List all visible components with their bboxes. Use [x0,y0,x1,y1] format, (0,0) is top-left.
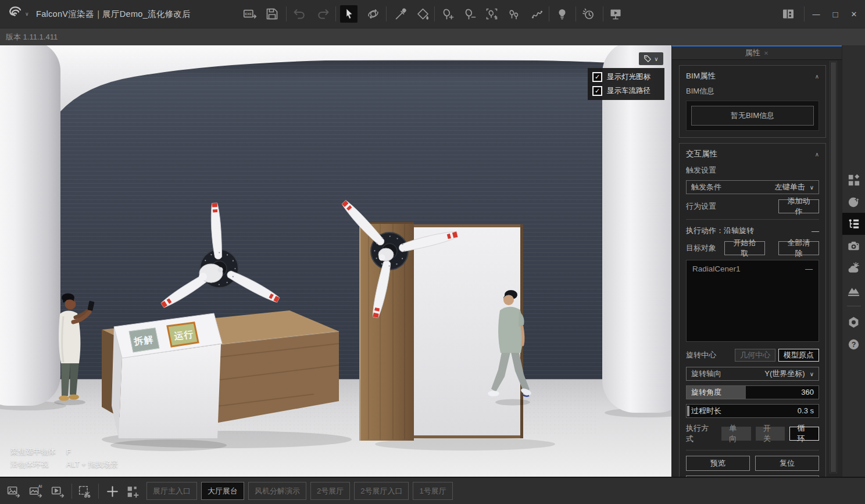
redo-button[interactable] [314,5,332,23]
toolbar-divider [603,6,603,22]
exec-mode-label: 执行方式 [686,423,714,444]
time-of-day-tool-button[interactable] [580,5,597,23]
scene-outliner-button[interactable] [842,213,865,235]
trigger-condition-label: 触发条件 [691,182,721,192]
mode-switch-toggle[interactable]: 开关 [756,427,785,441]
light-tool-button[interactable] [553,5,571,23]
tab-properties[interactable]: 属性 ✕ [672,45,842,60]
paint-fill-tool-button[interactable] [414,5,432,23]
terrain-button[interactable] [842,279,865,301]
vegetation-group-tool-button[interactable] [505,5,523,23]
text-caret [687,406,689,416]
help-button[interactable]: ? [842,333,865,355]
view-button-lobby-stand[interactable]: 大厅展台 [201,482,244,500]
right-tool-strip: ? [842,45,865,477]
view-button-turbine-demo[interactable]: 风机分解演示 [248,482,306,500]
app-logo-icon [6,4,23,24]
collapse-icon[interactable]: ∧ [815,151,819,158]
version-label: 版本 1.11.1.411 [0,28,865,45]
view-button-hall1[interactable]: 1号展厅 [413,482,452,500]
trigger-condition-value: 左键单击 [775,182,805,192]
remove-vegetation-tool-button[interactable] [461,5,478,23]
presentation-tool-button[interactable] [607,5,624,23]
window-maximize-button[interactable]: □ [827,5,844,23]
export-exe-button[interactable]: EXE [241,5,259,23]
render-image-button[interactable] [3,482,23,501]
eyedropper-tool-button[interactable] [392,5,410,23]
rotate-angle-label: 旋转角度 [691,386,721,399]
bim-empty-placeholder: 暂无BIM信息 [691,106,814,126]
toolbar-divider [335,6,336,22]
crop-capture-button[interactable] [74,482,94,501]
path-tool-button[interactable] [529,5,546,23]
chevron-down-icon: ∨ [810,184,814,191]
vegetation-region-tool-button[interactable] [483,5,501,23]
window-close-button[interactable]: ✕ [845,5,863,23]
center-geometric-toggle[interactable]: 几何中心 [735,349,775,362]
rotate-angle-input[interactable]: 旋转角度 360 [686,385,819,399]
viewport-3d[interactable]: 拆解 运行 [0,45,671,477]
properties-panel: 属性 ✕ BIM属性 ∧ BIM信息 暂无BIM信息 [671,45,842,477]
select-tool-button[interactable] [340,5,358,23]
duration-input[interactable]: 过程时长 0.3 s [686,404,819,418]
scrollbar-thumb[interactable] [831,62,836,472]
mode-loop-toggle[interactable]: 循环 [789,427,819,441]
view-button-hall2[interactable]: 2号展厅 [310,482,350,500]
scene-canvas[interactable]: 拆解 运行 [0,45,671,477]
settings-button[interactable] [842,311,865,333]
save-button[interactable] [263,5,281,23]
option-show-traffic-paths[interactable]: ✓ 显示车流路径 [592,86,660,96]
bottombar-divider [72,484,72,499]
view-button-hall2-entrance[interactable]: 2号展厅入口 [354,482,409,500]
view-grid-button[interactable] [123,482,142,501]
preview-button[interactable]: 预览 [686,456,750,471]
target-object-label: 目标对象 [686,243,716,253]
center-origin-toggle[interactable]: 模型原点 [778,349,819,362]
toolbar-divider [549,6,549,22]
checkbox-checked-icon[interactable]: ✓ [592,72,602,82]
bim-section-header[interactable]: BIM属性 ∧ [686,71,819,81]
components-library-button[interactable] [842,169,865,191]
layout-toggle-button[interactable] [780,5,797,23]
window-title: FalconV渲染器｜展厅Demo_流化修改后 [36,0,191,28]
camera-views-button[interactable] [842,235,865,257]
undo-button[interactable] [291,5,308,23]
remove-action-icon[interactable]: — [812,227,819,235]
option-label: 显示车流路径 [607,86,650,96]
checkbox-checked-icon[interactable]: ✓ [592,86,602,96]
bottombar-divider [98,484,99,499]
window-minimize-button[interactable]: — [807,5,825,23]
rotate-axis-dropdown[interactable]: 旋转轴向 Y(世界坐标) ∨ [686,367,819,381]
hint-focus-object: 聚焦选中物体 F [10,445,118,458]
reset-button[interactable]: 复位 [755,456,819,471]
list-item[interactable]: RadialCener1 — [692,264,813,273]
option-show-light-icons[interactable]: ✓ 显示灯光图标 [592,72,660,82]
add-vegetation-tool-button[interactable] [439,5,456,23]
interaction-section-header[interactable]: 交互属性 ∧ [686,149,819,159]
tab-close-icon[interactable]: ✕ [764,50,769,56]
remove-target-icon[interactable]: — [805,264,813,273]
panel-scrollbar[interactable] [830,61,837,473]
rotate-axis-label: 旋转轴向 [691,369,721,379]
add-view-button[interactable] [102,482,122,501]
properties-panel-body: BIM属性 ∧ BIM信息 暂无BIM信息 交互属性 ∧ 触发设置 [672,60,842,477]
collapse-icon[interactable]: ∧ [815,73,819,80]
control-podium[interactable]: 拆解 运行 [110,313,227,451]
view-button-hall-entrance[interactable]: 展厅主入口 [146,482,197,500]
orbit-tool-button[interactable] [364,5,382,23]
toolbar-divider [386,6,387,22]
display-options-button[interactable]: ∨ [639,52,663,65]
strip-divider [847,306,861,306]
weather-settings-button[interactable] [842,257,865,279]
render-ai-image-button[interactable]: AI [26,482,45,501]
add-action-button[interactable]: 添加动作 [778,199,819,213]
environment-sphere-button[interactable] [842,191,865,213]
trigger-condition-dropdown[interactable]: 触发条件 左键单击 ∨ [686,180,819,194]
app-menu-button[interactable]: ∨ [6,4,36,24]
room-background [0,45,671,477]
clear-all-button[interactable]: 全部清除 [778,241,819,255]
render-video-button[interactable] [48,482,67,501]
target-object-list[interactable]: RadialCener1 — [686,260,819,342]
start-pick-button[interactable]: 开始拾取 [724,241,765,255]
mode-single-toggle[interactable]: 单向 [721,427,751,441]
